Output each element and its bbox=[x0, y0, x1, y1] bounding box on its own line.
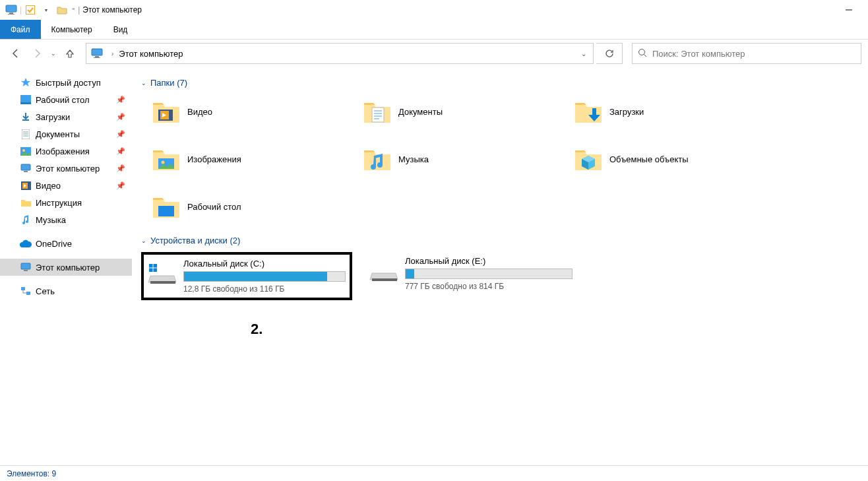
ribbon-computer-tab[interactable]: Компьютер bbox=[41, 20, 103, 39]
drive-c[interactable]: Локальный диск (C:) 12,8 ГБ свободно из … bbox=[141, 252, 352, 300]
search-icon bbox=[638, 48, 647, 59]
svg-rect-1 bbox=[9, 13, 13, 14]
breadcrumb-this-pc[interactable]: Этот компьютер bbox=[119, 49, 183, 59]
pin-icon: 📌 bbox=[116, 130, 125, 139]
sidebar-music[interactable]: Музыка bbox=[0, 211, 132, 228]
sidebar-downloads[interactable]: Загрузки 📌 bbox=[0, 108, 132, 125]
folder-documents[interactable]: Документы bbox=[361, 94, 573, 129]
section-devices-header[interactable]: ⌄ Устройства и диски (2) bbox=[141, 236, 868, 245]
svg-rect-28 bbox=[372, 108, 384, 122]
folder-music[interactable]: Музыка bbox=[361, 142, 573, 176]
svg-rect-23 bbox=[24, 270, 28, 271]
section-folders-header[interactable]: ⌄ Папки (7) bbox=[141, 78, 868, 88]
svg-point-34 bbox=[162, 161, 165, 164]
refresh-button[interactable] bbox=[596, 43, 623, 64]
drive-c-bar bbox=[183, 271, 346, 282]
folder-qat-icon[interactable] bbox=[55, 3, 69, 17]
sidebar-network[interactable]: Сеть bbox=[0, 282, 132, 300]
search-bar[interactable] bbox=[632, 43, 861, 64]
folder-desktop[interactable]: Рабочий стол bbox=[150, 189, 361, 224]
svg-rect-38 bbox=[149, 264, 153, 268]
svg-point-17 bbox=[22, 149, 25, 152]
address-bar[interactable]: › Этот компьютер ⌄ bbox=[86, 43, 594, 64]
folder-video[interactable]: Видео bbox=[150, 94, 361, 129]
qat-divider-1: | bbox=[20, 5, 22, 15]
sidebar-onedrive[interactable]: OneDrive bbox=[0, 235, 132, 252]
music-folder-icon bbox=[361, 143, 393, 175]
sidebar-this-pc-quick[interactable]: Этот компьютер 📌 bbox=[0, 160, 132, 177]
recent-dropdown-icon[interactable]: ⌄ bbox=[49, 44, 58, 63]
pin-icon: 📌 bbox=[116, 181, 125, 190]
svg-rect-7 bbox=[94, 57, 100, 58]
drive-c-icon bbox=[148, 259, 177, 288]
ribbon-file-tab[interactable]: Файл bbox=[0, 20, 41, 39]
folder-music-label: Музыка bbox=[398, 154, 429, 164]
dropdown-qat-icon[interactable]: ▾ bbox=[39, 3, 53, 17]
sidebar-video-label: Видео bbox=[36, 181, 61, 191]
folder-pictures[interactable]: Изображения bbox=[150, 142, 361, 176]
video-folder-icon bbox=[150, 96, 182, 127]
sidebar-video[interactable]: Видео 📌 bbox=[0, 177, 132, 194]
address-history-icon[interactable]: ⌄ bbox=[581, 50, 586, 57]
network-icon bbox=[20, 285, 32, 297]
sidebar-this-pc-quick-label: Этот компьютер bbox=[36, 164, 100, 174]
folder-downloads-label: Загрузки bbox=[609, 107, 644, 117]
this-pc-icon bbox=[20, 162, 32, 174]
svg-rect-25 bbox=[26, 292, 30, 295]
main-area: Быстрый доступ Рабочий стол 📌 Загрузки 📌… bbox=[0, 67, 868, 465]
svg-rect-39 bbox=[154, 264, 158, 268]
svg-rect-10 bbox=[20, 95, 31, 102]
ribbon-view-tab[interactable]: Вид bbox=[103, 20, 139, 39]
svg-rect-0 bbox=[6, 5, 16, 12]
sidebar-pictures[interactable]: Изображения 📌 bbox=[0, 143, 132, 160]
drive-e-info: Локальный диск (E:) 777 ГБ свободно из 8… bbox=[405, 256, 573, 291]
navbar: ⌄ › Этот компьютер ⌄ bbox=[0, 40, 868, 67]
folder-downloads[interactable]: Загрузки bbox=[573, 94, 784, 129]
checkbox-qat-icon[interactable] bbox=[23, 3, 38, 17]
drive-e[interactable]: Локальный диск (E:) 777 ГБ свободно из 8… bbox=[365, 252, 576, 300]
drive-e-fill bbox=[406, 269, 414, 278]
svg-line-9 bbox=[644, 54, 647, 57]
svg-rect-6 bbox=[95, 56, 99, 57]
sidebar-documents[interactable]: Документы 📌 bbox=[0, 125, 132, 143]
onedrive-icon bbox=[20, 238, 32, 249]
up-button[interactable] bbox=[61, 44, 79, 63]
sidebar-desktop[interactable]: Рабочий стол 📌 bbox=[0, 91, 132, 108]
sidebar-this-pc-label: Этот компьютер bbox=[36, 263, 100, 273]
objects3d-folder-icon bbox=[573, 143, 604, 175]
minimize-button[interactable] bbox=[834, 0, 864, 20]
back-button[interactable] bbox=[7, 44, 25, 63]
sidebar-documents-label: Документы bbox=[36, 129, 80, 139]
this-pc-qat-icon[interactable] bbox=[4, 3, 18, 17]
sidebar-instrukcia[interactable]: Инструкция bbox=[0, 194, 132, 211]
downloads-folder-icon bbox=[573, 96, 604, 127]
forward-button[interactable] bbox=[28, 44, 46, 63]
sidebar-quick-access[interactable]: Быстрый доступ bbox=[0, 74, 132, 91]
drive-c-fill bbox=[184, 272, 327, 281]
this-pc-crumb-icon bbox=[89, 46, 105, 61]
drive-c-info: Локальный диск (C:) 12,8 ГБ свободно из … bbox=[183, 259, 346, 294]
pin-icon: 📌 bbox=[116, 113, 125, 121]
search-input[interactable] bbox=[652, 49, 855, 59]
sidebar-downloads-label: Загрузки bbox=[36, 112, 70, 122]
svg-rect-22 bbox=[21, 263, 30, 269]
statusbar: Элементов: 9 bbox=[0, 465, 868, 481]
drives-row: Локальный диск (C:) 12,8 ГБ свободно из … bbox=[141, 252, 868, 300]
chevron-down-icon: ⌄ bbox=[141, 80, 146, 86]
sidebar-music-label: Музыка bbox=[36, 215, 66, 225]
svg-rect-24 bbox=[21, 287, 25, 290]
folder-3d-objects[interactable]: Объемные объекты bbox=[573, 142, 784, 176]
sidebar-this-pc[interactable]: Этот компьютер bbox=[0, 259, 132, 276]
crumb-sep-icon[interactable]: › bbox=[111, 50, 113, 57]
pin-icon: 📌 bbox=[116, 96, 125, 104]
sidebar-network-label: Сеть bbox=[36, 286, 55, 296]
statusbar-items: Элементов: 9 bbox=[7, 469, 56, 478]
documents-folder-icon bbox=[361, 96, 393, 127]
video-icon bbox=[20, 179, 32, 191]
drive-c-free: 12,8 ГБ свободно из 116 ГБ bbox=[183, 284, 346, 294]
drive-e-free: 777 ГБ свободно из 814 ГБ bbox=[405, 282, 573, 291]
sidebar-instrukcia-label: Инструкция bbox=[36, 198, 82, 208]
ribbon: Файл Компьютер Вид bbox=[0, 20, 868, 40]
qat-overflow-icon[interactable]: ⁼ bbox=[72, 7, 75, 13]
desktop-folder-icon bbox=[150, 191, 182, 222]
